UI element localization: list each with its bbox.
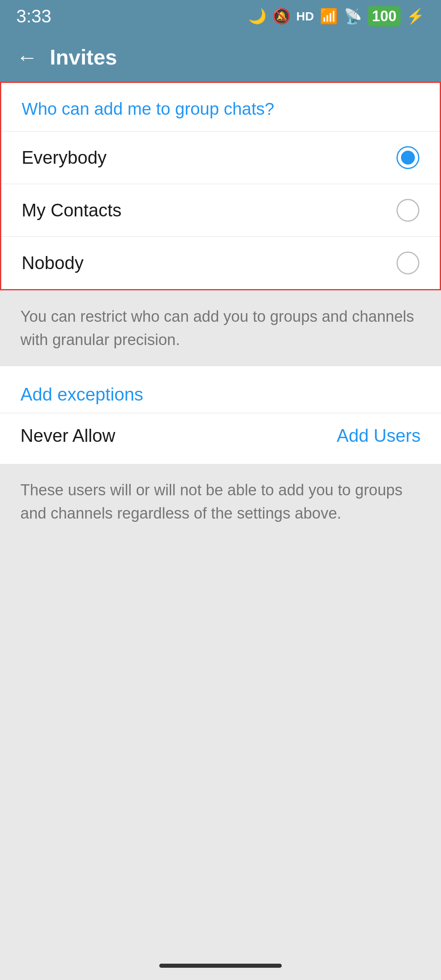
hd-icon: HD [296,9,314,23]
page-title: Invites [50,45,117,69]
bottom-nav-bar [159,964,282,968]
status-time: 3:33 [16,6,51,27]
add-users-button[interactable]: Add Users [337,425,421,446]
status-icons: 🌙 🔕 HD 📶 📡 100 ⚡ [248,6,425,27]
charging-icon: ⚡ [406,8,425,25]
app-bar: ← Invites [0,33,441,82]
radio-my-contacts[interactable] [396,199,419,222]
option-nobody-label: Nobody [22,253,84,273]
option-everybody[interactable]: Everybody [1,131,440,184]
option-my-contacts[interactable]: My Contacts [1,184,440,236]
group-chat-permission-section: Who can add me to group chats? Everybody… [0,82,441,290]
option-nobody[interactable]: Nobody [1,236,440,289]
radio-nobody[interactable] [396,252,419,274]
wifi-icon: 📡 [344,8,362,25]
radio-everybody[interactable] [396,146,419,169]
option-my-contacts-label: My Contacts [22,200,122,220]
option-everybody-label: Everybody [22,147,107,168]
signal-icon: 📶 [320,8,338,25]
never-allow-row: Never Allow Add Users [0,413,441,464]
battery-indicator: 100 [368,6,401,27]
section-description: You can restrict who can add you to grou… [0,290,441,366]
exceptions-description: These users will or will not be able to … [0,464,441,540]
mute-icon: 🔕 [272,8,291,25]
status-bar: 3:33 🌙 🔕 HD 📶 📡 100 ⚡ [0,0,441,33]
exceptions-section: Add exceptions Never Allow Add Users [0,366,441,464]
never-allow-label: Never Allow [20,425,115,446]
add-exceptions-heading[interactable]: Add exceptions [0,366,441,413]
moon-icon: 🌙 [248,8,267,25]
main-content: Who can add me to group chats? Everybody… [0,82,441,540]
back-button[interactable]: ← [16,47,38,68]
section-question: Who can add me to group chats? [1,83,440,131]
